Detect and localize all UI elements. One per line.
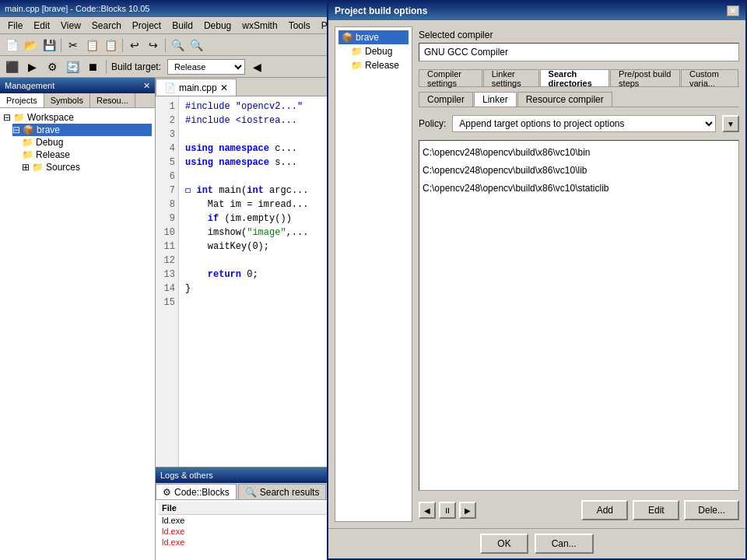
tab-projects[interactable]: Projects <box>0 93 44 107</box>
log-file-3: ld.exe <box>159 537 352 548</box>
dialog-title-text: Project build options <box>335 5 427 16</box>
logs-tab-search-label: Search results <box>260 487 320 498</box>
app-title: main.cpp [brave] - Code::Blocks 10.05 <box>5 4 149 13</box>
menu-debug[interactable]: Debug <box>199 19 236 33</box>
logs-tab-codeblocks[interactable]: ⚙ Code::Blocks <box>156 484 237 499</box>
tab-custom-variables[interactable]: Custom varia... <box>681 69 738 86</box>
dlg-release-label: Release <box>365 60 399 71</box>
run-button[interactable]: ▶ <box>23 58 40 75</box>
editor-tab-main[interactable]: 📄 main.cpp ✕ <box>156 79 237 96</box>
scroll-left-btn[interactable]: ◀ <box>419 502 436 519</box>
delete-button[interactable]: Dele... <box>684 500 739 520</box>
line-numbers: 12345 678910 1112131415 <box>156 96 179 467</box>
sub-tab-linker[interactable]: Linker <box>474 92 517 107</box>
tree-debug-row: 📁 Debug <box>3 136 152 149</box>
menu-search[interactable]: Search <box>87 19 126 33</box>
brave-icon: 📦 <box>23 124 34 135</box>
policy-dropdown-btn[interactable]: ▼ <box>722 115 739 132</box>
dlg-tree-debug[interactable]: 📁 Debug <box>338 44 409 58</box>
workspace-folder-icon: 📁 <box>13 112 25 123</box>
save-button[interactable]: 💾 <box>40 37 58 54</box>
project-build-options-dialog: Project build options ✕ 📦 brave 📁 Debug … <box>327 0 747 560</box>
logs-title: Logs & others <box>160 471 213 480</box>
tree-brave-row: ⊟ 📦 brave <box>3 124 152 136</box>
tree-brave[interactable]: ⊟ 📦 brave <box>12 124 152 136</box>
brave-label: brave <box>37 124 60 135</box>
stop-button[interactable]: ⏹ <box>84 58 101 75</box>
sub-tab-resource-compiler[interactable]: Resource compiler <box>517 92 612 107</box>
toolbar-sep1 <box>61 38 61 52</box>
cut-button[interactable]: ✂ <box>65 37 82 54</box>
add-button[interactable]: Add <box>581 500 628 520</box>
tab-linker-settings[interactable]: Linker settings <box>483 69 539 86</box>
tab-compiler-settings[interactable]: Compiler settings <box>419 69 482 86</box>
tree-workspace[interactable]: ⊟ 📁 Workspace <box>3 111 152 124</box>
logs-tab-search[interactable]: 🔍 Search results <box>238 484 327 499</box>
tree-release-row: 📁 Release <box>3 149 152 161</box>
build-sep1 <box>106 60 107 74</box>
scroll-right-btn[interactable]: ▶ <box>459 502 476 519</box>
tab-search-directories[interactable]: Search directories <box>540 69 609 86</box>
menu-file[interactable]: File <box>3 19 27 33</box>
tree-release[interactable]: 📁 Release <box>22 149 152 161</box>
tab-pre-post-build[interactable]: Pre/post build steps <box>610 69 680 86</box>
menu-build[interactable]: Build <box>167 19 198 33</box>
dialog-close-button[interactable]: ✕ <box>727 5 739 16</box>
new-button[interactable]: 📄 <box>3 37 20 54</box>
sources-expand-icon: ⊞ <box>22 162 30 173</box>
path-item-3: C:\opencv248\opencv\build\x86\vc10\stati… <box>423 180 735 198</box>
dialog-action-buttons: ◀ ⏸ ▶ Add Edit Dele... <box>419 495 739 522</box>
close-tab-icon[interactable]: ✕ <box>220 82 228 93</box>
undo-button[interactable]: ↩ <box>126 37 143 54</box>
copy-button[interactable]: 📋 <box>83 37 100 54</box>
editor-tab-label: main.cpp <box>179 82 217 93</box>
sub-tab-compiler[interactable]: Compiler <box>419 92 473 107</box>
path-item-2: C:\opencv248\opencv\build\x86\vc10\lib <box>423 162 735 180</box>
codeblocks-icon: ⚙ <box>163 487 171 498</box>
close-panel-icon[interactable]: ✕ <box>143 81 150 91</box>
menu-tools[interactable]: Tools <box>284 19 315 33</box>
menu-wxsmith[interactable]: wxSmith <box>237 19 282 33</box>
edit-button[interactable]: Edit <box>633 500 679 520</box>
tab-resources[interactable]: Resou... <box>90 93 135 107</box>
cancel-button[interactable]: Can... <box>535 534 594 554</box>
dialog-title-bar: Project build options ✕ <box>328 2 745 20</box>
dlg-brave-label: brave <box>356 32 379 43</box>
dlg-release-icon: 📁 <box>351 60 363 71</box>
log-file-2: ld.exe <box>159 526 352 537</box>
dlg-tree-brave[interactable]: 📦 brave <box>338 30 409 44</box>
search2-icon[interactable]: 🔍 <box>188 37 205 54</box>
sub-tabs: Compiler Linker Resource compiler <box>419 92 739 107</box>
dlg-debug-icon: 📁 <box>351 46 363 57</box>
dlg-debug-label: Debug <box>365 46 392 57</box>
dialog-main-tabs: Compiler settings Linker settings Search… <box>419 69 739 87</box>
build-button[interactable]: ⚙ <box>44 58 61 75</box>
build-prev-button[interactable]: ◀ <box>248 58 265 75</box>
toolbar-sep3 <box>165 38 166 52</box>
tree-debug[interactable]: 📁 Debug <box>22 136 152 149</box>
scroll-center-btn[interactable]: ⏸ <box>439 502 456 519</box>
search-icon[interactable]: 🔍 <box>169 37 186 54</box>
toolbar-sep2 <box>122 38 123 52</box>
release-icon: 📁 <box>22 149 33 160</box>
dlg-tree-release[interactable]: 📁 Release <box>338 58 409 72</box>
compiler-label: Selected compiler <box>419 30 739 40</box>
release-label: Release <box>36 149 70 160</box>
rebuild-button[interactable]: 🔄 <box>64 58 81 75</box>
redo-button[interactable]: ↪ <box>145 37 162 54</box>
dialog-body: 📦 brave 📁 Debug 📁 Release Selected compi… <box>328 20 745 528</box>
tree-sources[interactable]: ⊞ 📁 Sources <box>22 161 152 173</box>
paste-button[interactable]: 📋 <box>102 37 119 54</box>
menu-edit[interactable]: Edit <box>29 19 54 33</box>
paths-list: C:\opencv248\opencv\build\x86\vc10\bin C… <box>419 140 739 491</box>
sources-icon: 📁 <box>32 162 44 173</box>
policy-select[interactable]: Append target options to project options… <box>452 115 716 132</box>
ok-button[interactable]: OK <box>480 534 528 554</box>
build-run-button[interactable]: ⬛ <box>3 58 20 75</box>
tab-symbols[interactable]: Symbols <box>44 93 90 107</box>
menu-project[interactable]: Project <box>128 19 166 33</box>
menu-view[interactable]: View <box>56 19 86 33</box>
build-target-select[interactable]: Release Debug <box>167 59 245 75</box>
workspace-label: Workspace <box>27 112 74 123</box>
open-button[interactable]: 📂 <box>22 37 39 54</box>
